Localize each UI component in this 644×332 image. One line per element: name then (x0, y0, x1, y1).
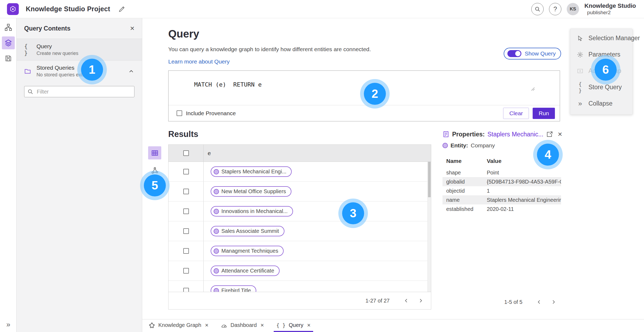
row-checkbox[interactable] (183, 169, 189, 174)
entity-dot-icon (214, 288, 219, 292)
entity-dot-icon (442, 143, 448, 148)
chevron-left-icon (404, 298, 409, 303)
menu-item-label: Parameters (588, 51, 620, 58)
tab-knowledge-graph[interactable]: Knowledge Graph × (146, 319, 211, 332)
edit-title-icon[interactable] (118, 6, 125, 13)
menu-item-collapse[interactable]: » Collapse (570, 95, 632, 112)
stored-queries-subtitle: No stored queries exist (36, 72, 86, 78)
close-tab-icon[interactable]: × (307, 322, 310, 329)
save-icon (5, 55, 12, 62)
search-button[interactable] (531, 3, 544, 15)
row-checkbox[interactable] (183, 228, 189, 234)
entity-chip-label: Innovations in Mechanical... (221, 208, 288, 214)
results-table: e Staplers Mechanical Engi... New Metal … (168, 144, 431, 309)
entity-chip[interactable]: Staplers Mechanical Engi... (211, 166, 292, 177)
hierarchy-icon (4, 23, 12, 31)
toggle-switch[interactable] (507, 50, 521, 57)
property-row: objectid 1 (442, 186, 561, 195)
topbar-actions: ? KS Knowledge Studio publisher2 (531, 2, 636, 16)
menu-item-label: Store Query (588, 84, 622, 91)
next-page-button[interactable] (415, 295, 427, 307)
column-header-name: Name (446, 158, 487, 164)
menu-item-store-query[interactable]: { } Store Query (570, 79, 632, 95)
table-scrollbar[interactable] (427, 162, 431, 292)
show-query-toggle[interactable]: Show Query (504, 48, 561, 59)
annotation-badge-3: 3 (342, 202, 364, 224)
row-checkbox[interactable] (183, 208, 189, 214)
app-logo[interactable] (7, 3, 19, 15)
chevron-up-icon[interactable] (128, 68, 134, 74)
show-query-label: Show Query (525, 50, 556, 57)
learn-more-link[interactable]: Learn more about Query (168, 58, 230, 65)
tab-query[interactable]: { } Query × (274, 319, 313, 332)
query-input[interactable]: MATCH (e) RETURN e (169, 71, 560, 105)
page-title: Knowledge Studio Project (26, 5, 110, 13)
results-heading: Results (168, 129, 198, 139)
properties-next-button[interactable] (548, 296, 559, 308)
query-contents-panel: Query Contents × { } Query Create new qu… (17, 18, 142, 332)
braces-icon: { } (24, 43, 33, 56)
table-view-button[interactable] (148, 146, 161, 159)
scrollbar-thumb[interactable] (428, 162, 431, 197)
close-panel-icon[interactable]: × (130, 24, 134, 33)
row-checkbox[interactable] (183, 248, 189, 254)
column-header-e[interactable]: e (204, 150, 211, 156)
properties-entity-link[interactable]: Staplers Mechanic... (487, 131, 543, 138)
entity-chip[interactable]: Innovations in Mechanical... (211, 206, 293, 217)
knowledge-graph-icon (149, 322, 155, 329)
panel-title: Query Contents (24, 25, 71, 32)
resize-grip[interactable] (530, 73, 559, 104)
table-row: Managment Techniques (169, 241, 431, 261)
include-provenance-label: Include Provenance (186, 110, 236, 117)
property-row: shape Point (442, 168, 561, 177)
entity-chip[interactable]: Firebird Title (211, 285, 256, 292)
menu-item-selection-manager[interactable]: Selection Manager (570, 30, 632, 46)
row-checkbox[interactable] (183, 268, 189, 274)
include-provenance-checkbox[interactable] (177, 110, 182, 116)
project-hierarchy-button[interactable] (2, 21, 15, 34)
user-role: publisher2 (587, 9, 636, 16)
link-chart-icon (151, 166, 159, 174)
app-logo-icon (9, 6, 16, 13)
query-contents-button[interactable] (2, 36, 15, 49)
run-button[interactable]: Run (533, 108, 555, 119)
select-all-checkbox[interactable] (183, 150, 189, 156)
annotation-badge-1: 1 (81, 59, 103, 81)
sidebar-item-stored-queries[interactable]: Stored Queries No stored queries exist (17, 61, 142, 82)
row-checkbox[interactable] (183, 288, 189, 292)
left-icon-rail: » (0, 18, 17, 332)
help-button[interactable]: ? (549, 3, 561, 15)
close-tab-icon[interactable]: × (261, 322, 264, 329)
entity-dot-icon (214, 169, 219, 174)
add-to-selection-icon[interactable] (546, 131, 553, 138)
entity-chip-label: Managment Techniques (221, 248, 278, 254)
property-value: Point (487, 170, 499, 176)
expand-rail-button[interactable]: » (0, 320, 17, 329)
table-row: Attendance Certificate (169, 261, 431, 281)
previous-page-button[interactable] (400, 295, 412, 307)
properties-previous-button[interactable] (533, 296, 545, 308)
properties-header: Properties: Staplers Mechanic... × (442, 130, 561, 138)
avatar[interactable]: KS (567, 3, 579, 15)
property-row: globalid {5D9B4713-F98D-4A53-A59F-C11... (442, 177, 561, 186)
entity-chip[interactable]: Managment Techniques (211, 246, 284, 256)
close-tab-icon[interactable]: × (205, 322, 208, 329)
property-value: 1 (487, 188, 490, 194)
property-value: {5D9B4713-F98D-4A53-A59F-C11... (487, 179, 561, 185)
save-button[interactable] (2, 52, 15, 65)
filter-input[interactable] (24, 86, 134, 97)
entity-chip[interactable]: Sales Associate Summit (211, 226, 284, 236)
close-properties-icon[interactable]: × (558, 130, 562, 138)
sidebar-item-query[interactable]: { } Query Create new queries (17, 39, 142, 61)
column-header-value: Value (487, 158, 502, 164)
properties-pagination: 1-5 of 5 (504, 296, 561, 308)
clear-button[interactable]: Clear (503, 108, 529, 119)
tab-dashboard[interactable]: Dashboard × (218, 319, 267, 332)
property-name: globalid (446, 179, 487, 185)
entity-label: Entity: (451, 142, 468, 149)
query-text: MATCH (e) RETURN e (194, 81, 262, 88)
row-checkbox[interactable] (183, 189, 189, 194)
entity-chip[interactable]: New Metal Office Suppliers (211, 186, 291, 197)
entity-chip[interactable]: Attendance Certificate (211, 266, 280, 276)
entity-chip-label: Attendance Certificate (221, 268, 274, 274)
